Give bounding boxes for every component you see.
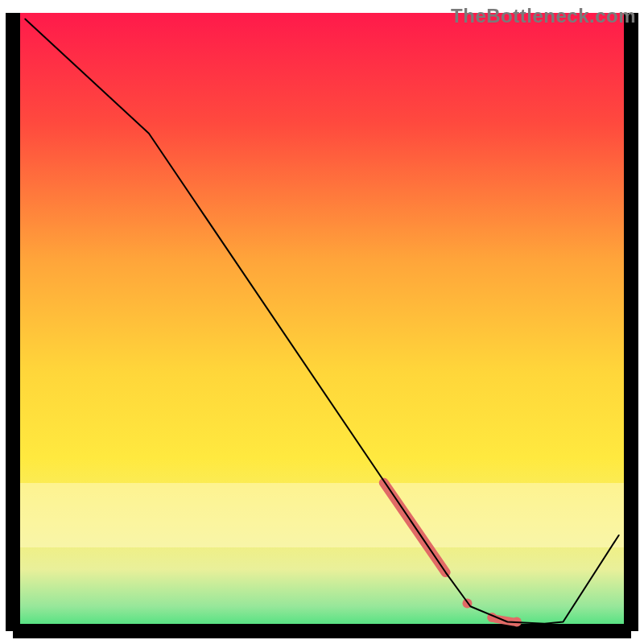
attribution-label: TheBottleneck.com (451, 5, 636, 27)
bottleneck-chart (0, 0, 644, 644)
pale-band (13, 483, 631, 547)
chart-container: TheBottleneck.com (0, 0, 644, 644)
